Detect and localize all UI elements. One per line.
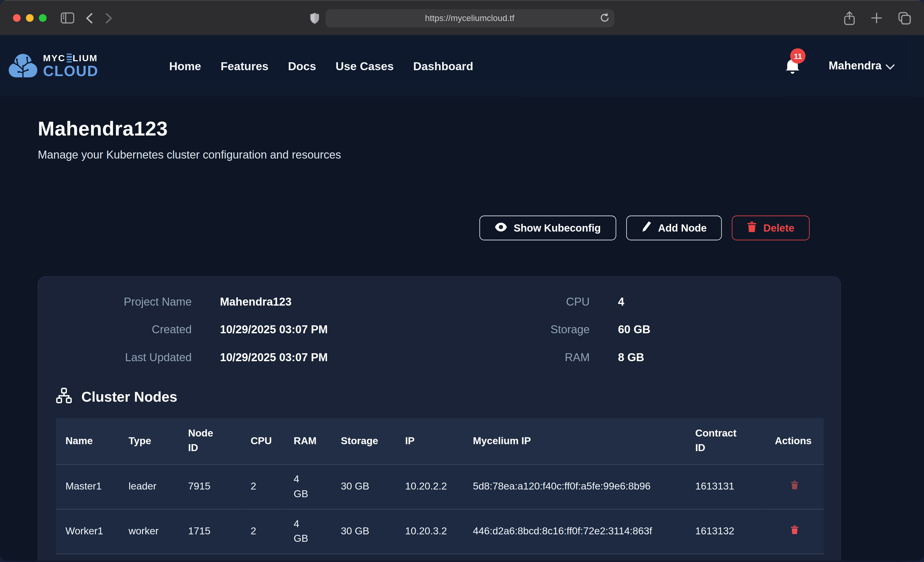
sidebar-toggle-icon[interactable]: [61, 12, 74, 24]
add-node-button[interactable]: Add Node: [626, 216, 722, 241]
cluster-card: Project Name Mahendra123 Created 10/29/2…: [38, 277, 841, 561]
site-navbar: MYCLIUM CLOUD Home Features Docs Use Cas…: [0, 35, 924, 97]
new-tab-icon[interactable]: [871, 12, 882, 24]
show-kubeconfig-button[interactable]: Show Kubeconfig: [480, 216, 616, 241]
cell-ip: 10.20.3.2: [396, 509, 464, 554]
col-name: Name: [56, 418, 119, 464]
cell-node-id: 1715: [179, 509, 242, 554]
cell-type: leader: [119, 464, 178, 509]
col-contract-id: Contract ID: [686, 418, 765, 464]
storage-label: Storage: [457, 323, 590, 336]
logo-line1: MYCLIUM: [43, 54, 99, 63]
delete-cluster-button[interactable]: Delete: [732, 216, 810, 241]
last-updated-value: 10/29/2025 03:07 PM: [220, 351, 422, 364]
forward-icon[interactable]: [106, 13, 112, 23]
cluster-nodes-title: Cluster Nodes: [81, 389, 177, 405]
nav-links: Home Features Docs Use Cases Dashboard: [169, 59, 473, 73]
nav-link-use-cases[interactable]: Use Cases: [336, 59, 394, 73]
history-buttons: [86, 13, 112, 23]
table-header-row: Name Type Node ID CPU RAM Storage IP Myc…: [56, 418, 824, 464]
chevron-down-icon: [885, 60, 895, 69]
page-content: Mahendra123 Manage your Kubernetes clust…: [0, 35, 924, 561]
browser-window: https://myceliumcloud.tf: [0, 0, 924, 561]
info-row: Created 10/29/2025 03:07 PM: [56, 323, 422, 336]
address-bar[interactable]: https://myceliumcloud.tf: [325, 9, 614, 27]
table-row: Master1 leader 7915 2 4 GB 30 GB 10.20.2…: [56, 464, 824, 509]
last-updated-label: Last Updated: [56, 351, 192, 364]
ram-label: RAM: [457, 351, 590, 364]
nav-link-dashboard[interactable]: Dashboard: [413, 59, 473, 73]
page-subtitle: Manage your Kubernetes cluster configura…: [38, 149, 841, 161]
cell-ip: 10.20.2.2: [396, 464, 464, 509]
nav-link-home[interactable]: Home: [169, 59, 201, 73]
refresh-icon[interactable]: [600, 13, 609, 23]
cluster-info: Project Name Mahendra123 Created 10/29/2…: [56, 294, 822, 364]
col-node-id: Node ID: [179, 418, 242, 464]
cell-contract-id: 1613131: [686, 464, 765, 509]
cell-storage: 30 GB: [332, 464, 396, 509]
col-mycelium-ip: Mycelium IP: [464, 418, 686, 464]
show-kubeconfig-label: Show Kubeconfig: [514, 222, 601, 235]
notification-count-badge: 11: [790, 48, 806, 64]
cluster-actions: Show Kubeconfig Add Node Delete: [38, 216, 841, 241]
url-text: https://myceliumcloud.tf: [425, 13, 514, 23]
project-name-value: Mahendra123: [220, 296, 422, 309]
cluster-nodes-icon: [56, 388, 72, 406]
storage-value: 60 GB: [618, 323, 823, 336]
col-ram: RAM: [284, 418, 332, 464]
info-row: Project Name Mahendra123: [56, 296, 422, 309]
user-menu[interactable]: Mahendra: [829, 60, 893, 72]
privacy-shield-icon[interactable]: [310, 12, 318, 24]
cluster-nodes-table: Name Type Node ID CPU RAM Storage IP Myc…: [56, 418, 824, 554]
logo-line2: CLOUD: [43, 64, 99, 78]
nav-link-features[interactable]: Features: [220, 59, 268, 73]
eye-icon: [495, 222, 507, 235]
cell-name: Master1: [56, 464, 119, 509]
info-row: Storage 60 GB: [457, 323, 823, 336]
ram-value: 8 GB: [618, 351, 823, 364]
share-icon[interactable]: [844, 11, 855, 25]
table-row: Worker1 worker 1715 2 4 GB 30 GB 10.20.3…: [56, 509, 824, 554]
nav-link-docs[interactable]: Docs: [288, 59, 316, 73]
cell-cpu: 2: [241, 509, 284, 554]
close-window-button[interactable]: [13, 14, 21, 22]
cell-type: worker: [119, 509, 178, 554]
cpu-value: 4: [618, 296, 823, 309]
cell-contract-id: 1613132: [686, 509, 765, 554]
project-name-label: Project Name: [56, 296, 192, 309]
cell-node-id: 7915: [179, 464, 242, 509]
col-storage: Storage: [332, 418, 396, 464]
logo-text: MYCLIUM CLOUD: [43, 54, 99, 79]
cell-actions: [765, 464, 824, 509]
col-ip: IP: [396, 418, 464, 464]
cell-cpu: 2: [241, 464, 284, 509]
cell-storage: 30 GB: [332, 509, 396, 554]
cell-ram: 4 GB: [284, 509, 332, 554]
cell-ram: 4 GB: [284, 464, 332, 509]
delete-label: Delete: [764, 222, 795, 235]
trash-icon: [747, 221, 757, 235]
back-icon[interactable]: [86, 13, 93, 23]
col-actions: Actions: [765, 418, 824, 464]
col-type: Type: [119, 418, 178, 464]
col-cpu: CPU: [241, 418, 284, 464]
tab-overview-icon[interactable]: [898, 12, 911, 25]
cell-mycelium-ip: 446:d2a6:8bcd:8c16:ff0f:72e2:3114:863f: [464, 509, 686, 554]
cell-actions: [765, 509, 824, 554]
user-name: Mahendra: [829, 60, 881, 72]
info-row: CPU 4: [457, 296, 823, 309]
created-label: Created: [56, 323, 192, 336]
maximize-window-button[interactable]: [39, 14, 46, 22]
created-value: 10/29/2025 03:07 PM: [220, 323, 422, 336]
mycelium-cloud-logo-icon: [8, 51, 39, 81]
minimize-window-button[interactable]: [26, 14, 34, 22]
notifications-button[interactable]: 11: [785, 58, 800, 74]
cpu-label: CPU: [457, 296, 590, 309]
site-logo[interactable]: MYCLIUM CLOUD: [8, 51, 99, 81]
info-row: RAM 8 GB: [457, 351, 823, 364]
delete-node-icon[interactable]: [790, 481, 798, 490]
browser-toolbar: https://myceliumcloud.tf: [0, 0, 924, 35]
add-node-label: Add Node: [658, 222, 707, 235]
delete-node-icon[interactable]: [790, 526, 798, 534]
logo-e-icon: [66, 54, 72, 63]
